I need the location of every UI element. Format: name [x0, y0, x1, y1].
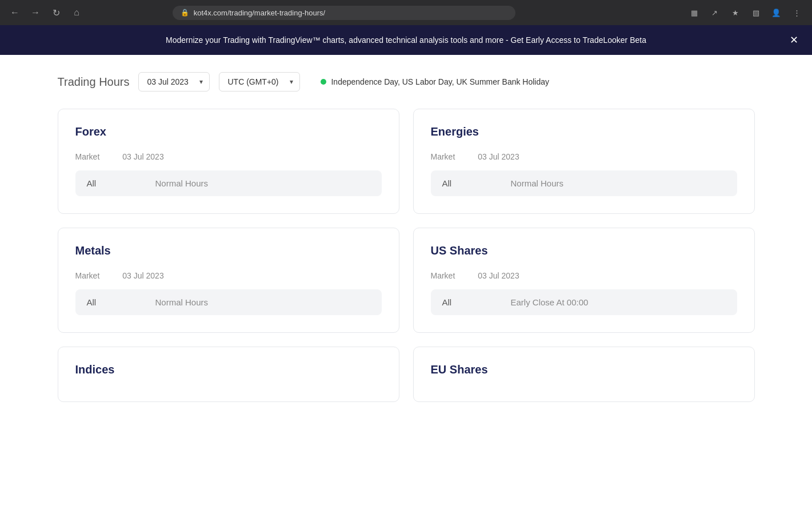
- reload-button[interactable]: ↻: [48, 5, 64, 21]
- holiday-dot: [321, 79, 326, 85]
- browser-chrome: ← → ↻ ⌂ 🔒 kot4x.com/trading/market-tradi…: [0, 0, 812, 25]
- profile-button[interactable]: 👤: [769, 5, 785, 21]
- forex-card: Forex Market 03 Jul 2023 All Normal Hour…: [58, 109, 399, 214]
- forex-hours-badge: All Normal Hours: [75, 170, 382, 196]
- holiday-text: Independence Day, US Labor Day, UK Summe…: [331, 77, 549, 86]
- metals-meta: Market 03 Jul 2023: [75, 271, 382, 280]
- metals-hours-badge: All Normal Hours: [75, 289, 382, 315]
- holiday-indicator: Independence Day, US Labor Day, UK Summe…: [321, 77, 549, 86]
- forex-meta: Market 03 Jul 2023: [75, 152, 382, 161]
- address-bar[interactable]: 🔒 kot4x.com/trading/market-trading-hours…: [173, 6, 515, 20]
- energies-title: Energies: [431, 125, 737, 138]
- indices-card: Indices: [58, 347, 399, 402]
- banner-close-button[interactable]: ✕: [787, 33, 801, 47]
- energies-card: Energies Market 03 Jul 2023 All Normal H…: [413, 109, 755, 214]
- indices-title: Indices: [75, 363, 382, 376]
- forex-badge-all: All: [87, 178, 155, 188]
- menu-button[interactable]: ⋮: [789, 5, 805, 21]
- energies-badge-status: Normal Hours: [511, 178, 564, 188]
- eu-shares-title: EU Shares: [431, 363, 737, 376]
- share-button[interactable]: ↗: [707, 5, 723, 21]
- forex-market-label: Market: [75, 152, 100, 161]
- forward-button[interactable]: →: [27, 5, 43, 21]
- energies-date: 03 Jul 2023: [478, 152, 519, 161]
- metals-title: Metals: [75, 244, 382, 257]
- lock-icon: 🔒: [181, 9, 189, 17]
- date-select-wrapper[interactable]: 03 Jul 2023: [138, 72, 210, 92]
- energies-market-label: Market: [431, 152, 455, 161]
- timezone-select-wrapper[interactable]: UTC (GMT+0): [219, 72, 300, 92]
- page-title: Trading Hours: [58, 75, 130, 89]
- forex-badge-status: Normal Hours: [155, 178, 209, 188]
- header-row: Trading Hours 03 Jul 2023 UTC (GMT+0) In…: [58, 72, 755, 92]
- energies-badge-all: All: [442, 178, 511, 188]
- eu-shares-card: EU Shares: [413, 347, 755, 402]
- forex-date: 03 Jul 2023: [122, 152, 163, 161]
- back-button[interactable]: ←: [7, 5, 23, 21]
- cards-grid: Forex Market 03 Jul 2023 All Normal Hour…: [58, 109, 755, 402]
- metals-badge-all: All: [87, 297, 155, 307]
- main-content: Trading Hours 03 Jul 2023 UTC (GMT+0) In…: [23, 55, 789, 419]
- banner-text: Modernize your Trading with TradingView™…: [166, 35, 646, 45]
- us-shares-market-label: Market: [431, 271, 455, 280]
- screenshot-button[interactable]: ▦: [686, 5, 702, 21]
- energies-meta: Market 03 Jul 2023: [431, 152, 737, 161]
- us-shares-badge-status: Early Close At 00:00: [511, 297, 589, 307]
- us-shares-hours-badge: All Early Close At 00:00: [431, 289, 737, 315]
- extensions-button[interactable]: ▧: [748, 5, 764, 21]
- home-button[interactable]: ⌂: [69, 5, 85, 21]
- browser-actions: ▦ ↗ ★ ▧ 👤 ⋮: [686, 5, 805, 21]
- us-shares-meta: Market 03 Jul 2023: [431, 271, 737, 280]
- date-select[interactable]: 03 Jul 2023: [138, 72, 210, 92]
- metals-card: Metals Market 03 Jul 2023 All Normal Hou…: [58, 228, 399, 333]
- us-shares-badge-all: All: [442, 297, 511, 307]
- bookmark-button[interactable]: ★: [727, 5, 743, 21]
- us-shares-card: US Shares Market 03 Jul 2023 All Early C…: [413, 228, 755, 333]
- metals-market-label: Market: [75, 271, 100, 280]
- us-shares-title: US Shares: [431, 244, 737, 257]
- forex-title: Forex: [75, 125, 382, 138]
- timezone-select[interactable]: UTC (GMT+0): [219, 72, 300, 92]
- us-shares-date: 03 Jul 2023: [478, 271, 519, 280]
- promo-banner: Modernize your Trading with TradingView™…: [0, 25, 812, 55]
- url-text: kot4x.com/trading/market-trading-hours/: [194, 9, 325, 17]
- metals-date: 03 Jul 2023: [122, 271, 163, 280]
- energies-hours-badge: All Normal Hours: [431, 170, 737, 196]
- metals-badge-status: Normal Hours: [155, 297, 209, 307]
